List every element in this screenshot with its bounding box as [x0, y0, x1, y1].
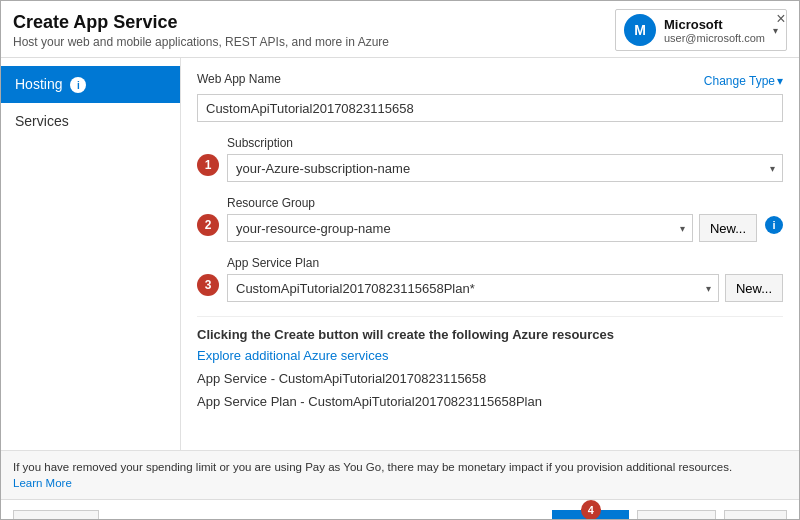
web-app-name-header: Web App Name Change Type ▾ [197, 72, 783, 90]
sidebar-item-hosting[interactable]: Hosting i [1, 66, 180, 103]
services-label: Services [15, 113, 69, 129]
account-selector[interactable]: M Microsoft user@microsoft.com ▾ [615, 9, 787, 51]
resource-group-select[interactable]: your-resource-group-name [227, 214, 693, 242]
info-icon: i [70, 77, 86, 93]
close-button[interactable]: × [771, 9, 791, 29]
change-type-chevron: ▾ [777, 74, 783, 88]
subscription-select-wrapper: your-Azure-subscription-name ▾ [227, 154, 783, 182]
dialog-subtitle: Host your web and mobile applications, R… [13, 35, 389, 49]
app-service-plan-input-row: CustomApiTutorial20170823115658Plan* ▾ N… [227, 274, 783, 302]
app-service-plan-field: App Service Plan CustomApiTutorial201708… [227, 256, 783, 302]
resource-group-info-icon[interactable]: i [765, 216, 783, 234]
step-1-badge: 1 [197, 154, 219, 176]
app-service-plan-label: App Service Plan [227, 256, 783, 270]
main-content: Web App Name Change Type ▾ 1 Subscriptio… [181, 58, 799, 450]
action-bar-right: 4 Create Cancel Skip [552, 510, 787, 520]
sidebar-item-services[interactable]: Services [1, 103, 180, 139]
dialog-title: Create App Service [13, 12, 389, 33]
subscription-field: Subscription your-Azure-subscription-nam… [227, 136, 783, 182]
account-name: Microsoft [664, 17, 765, 32]
resource-group-input-row: your-resource-group-name ▾ New... [227, 214, 757, 242]
web-app-name-input[interactable] [197, 94, 783, 122]
web-app-name-label: Web App Name [197, 72, 281, 86]
resources-box: Clicking the Create button will create t… [197, 316, 783, 419]
account-email: user@microsoft.com [664, 32, 765, 44]
step-2-badge: 2 [197, 214, 219, 236]
step-3-badge: 3 [197, 274, 219, 296]
web-app-name-section: Web App Name Change Type ▾ [197, 72, 783, 122]
explore-link[interactable]: Explore additional Azure services [197, 348, 389, 363]
skip-button[interactable]: Skip [724, 510, 787, 520]
change-type-label: Change Type [704, 74, 775, 88]
step-4-badge: 4 [581, 500, 601, 520]
avatar: M [624, 14, 656, 46]
resources-title: Clicking the Create button will create t… [197, 327, 783, 342]
resource-group-row: 2 Resource Group your-resource-group-nam… [197, 196, 783, 242]
action-bar: Export... 4 Create Cancel Skip [1, 499, 799, 520]
change-type-link[interactable]: Change Type ▾ [704, 74, 783, 88]
resource-item-2: App Service Plan - CustomApiTutorial2017… [197, 394, 783, 409]
body-layout: Hosting i Services Web App Name Change T… [1, 58, 799, 450]
create-wrapper: 4 Create [552, 510, 629, 520]
footer-text: If you have removed your spending limit … [13, 461, 732, 473]
account-info: Microsoft user@microsoft.com [664, 17, 765, 44]
subscription-label: Subscription [227, 136, 783, 150]
resource-group-label: Resource Group [227, 196, 757, 210]
resource-item-1: App Service - CustomApiTutorial201708231… [197, 371, 783, 386]
resource-group-field: Resource Group your-resource-group-name … [227, 196, 757, 242]
resource-group-new-button[interactable]: New... [699, 214, 757, 242]
learn-more-link[interactable]: Learn More [13, 477, 72, 489]
hosting-label: Hosting [15, 76, 62, 92]
resource-group-select-wrapper: your-resource-group-name ▾ [227, 214, 693, 242]
title-section: Create App Service Host your web and mob… [13, 12, 389, 49]
app-service-plan-new-button[interactable]: New... [725, 274, 783, 302]
cancel-button[interactable]: Cancel [637, 510, 715, 520]
subscription-select[interactable]: your-Azure-subscription-name [227, 154, 783, 182]
action-bar-left: Export... [13, 510, 99, 520]
footer-info: If you have removed your spending limit … [1, 450, 799, 499]
subscription-row: 1 Subscription your-Azure-subscription-n… [197, 136, 783, 182]
export-button[interactable]: Export... [13, 510, 99, 520]
app-service-plan-select-wrapper: CustomApiTutorial20170823115658Plan* ▾ [227, 274, 719, 302]
sidebar: Hosting i Services [1, 58, 181, 450]
app-service-plan-select[interactable]: CustomApiTutorial20170823115658Plan* [227, 274, 719, 302]
app-service-plan-row: 3 App Service Plan CustomApiTutorial2017… [197, 256, 783, 302]
title-bar: Create App Service Host your web and mob… [1, 1, 799, 58]
